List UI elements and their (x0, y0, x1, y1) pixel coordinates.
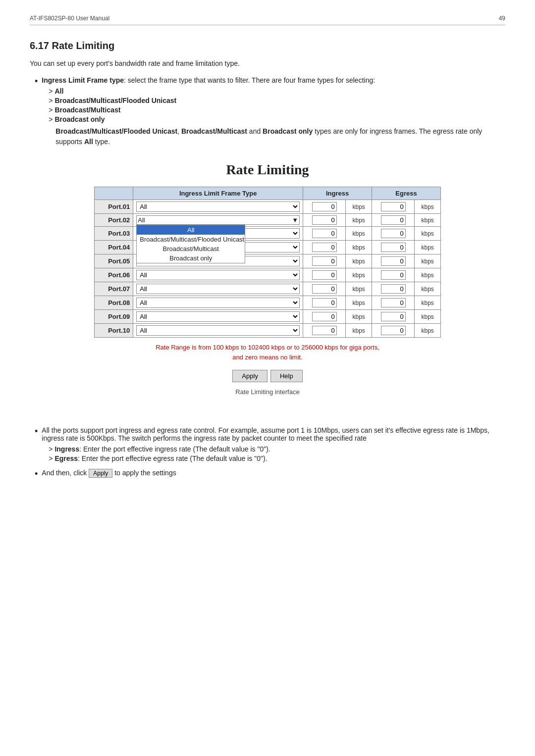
dropdown-cell-Port.01[interactable]: AllBroadcast/Multicast/Flooded UnicastBr… (133, 200, 303, 214)
egress-note: Egress: Enter the port effective egress … (49, 454, 505, 462)
ingress-cell-Port.10[interactable] (303, 324, 346, 338)
table-row: Port.01AllBroadcast/Multicast/Flooded Un… (95, 200, 441, 214)
egress-cell-Port.10[interactable] (372, 324, 415, 338)
dropdown-option-2[interactable]: Broadcast/Multicast (137, 244, 245, 253)
bottom-bullet-1: • All the ports support port ingress and… (35, 426, 505, 464)
dropdown-option-0[interactable]: All (137, 225, 245, 235)
dropdown-cell-Port.02[interactable]: All▼AllBroadcast/Multicast/Flooded Unica… (133, 214, 303, 227)
select-Port.06[interactable]: AllBroadcast/Multicast/Flooded UnicastBr… (136, 270, 300, 280)
dropdown-cell-Port.08[interactable]: AllBroadcast/Multicast/Flooded UnicastBr… (133, 296, 303, 310)
ingress-input-Port.01[interactable] (312, 202, 337, 211)
select-Port.09[interactable]: AllBroadcast/Multicast/Flooded UnicastBr… (136, 311, 300, 322)
ingress-cell-Port.04[interactable] (303, 241, 346, 254)
port-label-Port.09: Port.09 (95, 310, 133, 324)
dropdown-cell-Port.07[interactable]: AllBroadcast/Multicast/Flooded UnicastBr… (133, 282, 303, 296)
ingress-cell-Port.08[interactable] (303, 296, 346, 310)
egress-cell-Port.08[interactable] (372, 296, 415, 310)
egress-input-Port.03[interactable] (381, 229, 406, 238)
dropdown-option-3[interactable]: Broadcast only (137, 253, 245, 263)
table-caption: Rate Limiting interface (30, 388, 505, 396)
dropdown-cell-Port.10[interactable]: AllBroadcast/Multicast/Flooded UnicastBr… (133, 324, 303, 338)
egress-input-Port.02[interactable] (381, 215, 406, 225)
egress-cell-Port.01[interactable] (372, 200, 415, 214)
egress-kbps-Port.02: kbps (415, 214, 441, 227)
ingress-cell-Port.09[interactable] (303, 310, 346, 324)
ingress-input-Port.09[interactable] (312, 312, 337, 321)
apply-button[interactable]: Apply (232, 370, 268, 382)
egress-kbps-Port.03: kbps (415, 227, 441, 241)
dropdown-option-1[interactable]: Broadcast/Multicast/Flooded Unicast (137, 235, 245, 244)
bullet-dot-2: • (35, 426, 38, 437)
col-egress: Egress (372, 187, 441, 200)
apply-instruction-prefix: And then, click (42, 469, 89, 477)
ingress-input-Port.04[interactable] (312, 243, 337, 252)
ingress-input-Port.05[interactable] (312, 256, 337, 266)
table-section-title: Rate Limiting (30, 162, 505, 178)
egress-cell-Port.03[interactable] (372, 227, 415, 241)
ingress-input-Port.06[interactable] (312, 270, 337, 280)
bullet-dot: • (35, 76, 38, 87)
ingress-input-Port.03[interactable] (312, 229, 337, 238)
ingress-cell-Port.05[interactable] (303, 254, 346, 268)
egress-kbps-Port.08: kbps (415, 296, 441, 310)
port-label-Port.10: Port.10 (95, 324, 133, 338)
select-Port.07[interactable]: AllBroadcast/Multicast/Flooded UnicastBr… (136, 284, 300, 294)
ingress-cell-Port.02[interactable] (303, 214, 346, 227)
egress-input-Port.08[interactable] (381, 298, 406, 307)
egress-input-Port.10[interactable] (381, 326, 406, 335)
port-label-Port.01: Port.01 (95, 200, 133, 214)
bullet-list: • Ingress Limit Frame type: select the f… (35, 76, 505, 147)
select-Port.10[interactable]: AllBroadcast/Multicast/Flooded UnicastBr… (136, 325, 300, 336)
egress-kbps-Port.05: kbps (415, 254, 441, 268)
frame-type-all: All (49, 87, 505, 95)
ingress-input-Port.10[interactable] (312, 326, 337, 335)
egress-kbps-Port.07: kbps (415, 282, 441, 296)
ingress-kbps-Port.08: kbps (346, 296, 372, 310)
port-label-Port.08: Port.08 (95, 296, 133, 310)
section-heading: 6.17 Rate Limiting (30, 40, 505, 51)
table-row: Port.09AllBroadcast/Multicast/Flooded Un… (95, 310, 441, 324)
egress-kbps-Port.09: kbps (415, 310, 441, 324)
ingress-input-Port.08[interactable] (312, 298, 337, 307)
egress-cell-Port.02[interactable] (372, 214, 415, 227)
intro-text: You can set up every port's bandwidth ra… (30, 59, 505, 67)
dropdown-cell-Port.09[interactable]: AllBroadcast/Multicast/Flooded UnicastBr… (133, 310, 303, 324)
select-Port.01[interactable]: AllBroadcast/Multicast/Flooded UnicastBr… (136, 202, 300, 212)
ingress-cell-Port.03[interactable] (303, 227, 346, 241)
apply-inline-button[interactable]: Apply (89, 469, 112, 478)
ingress-input-Port.07[interactable] (312, 284, 337, 294)
frame-type-bo: Broadcast only (49, 115, 505, 123)
egress-cell-Port.07[interactable] (372, 282, 415, 296)
ingress-limit-suffix: : select the frame type that wants to fi… (124, 76, 375, 84)
ingress-cell-Port.06[interactable] (303, 268, 346, 282)
egress-input-Port.07[interactable] (381, 284, 406, 294)
egress-input-Port.06[interactable] (381, 270, 406, 280)
egress-input-Port.05[interactable] (381, 256, 406, 266)
ingress-input-Port.02[interactable] (312, 215, 337, 225)
table-row: Port.10AllBroadcast/Multicast/Flooded Un… (95, 324, 441, 338)
dropdown-open-btn[interactable]: All▼ (136, 215, 300, 225)
frame-type-bmfu: Broadcast/Multicast/Flooded Unicast (49, 97, 505, 104)
egress-input-Port.01[interactable] (381, 202, 406, 211)
notice-text: Broadcast/Multicast/Flooded Unicast, Bro… (55, 126, 505, 147)
egress-kbps-Port.04: kbps (415, 241, 441, 254)
ingress-kbps-Port.09: kbps (346, 310, 372, 324)
dropdown-cell-Port.06[interactable]: AllBroadcast/Multicast/Flooded UnicastBr… (133, 268, 303, 282)
page-container: AT-IFS802SP-80 User Manual 49 6.17 Rate … (0, 0, 535, 514)
port-label-Port.06: Port.06 (95, 268, 133, 282)
ingress-kbps-Port.04: kbps (346, 241, 372, 254)
ingress-cell-Port.01[interactable] (303, 200, 346, 214)
egress-cell-Port.09[interactable] (372, 310, 415, 324)
bottom-bullet-2-content: And then, click Apply to apply the setti… (42, 469, 505, 478)
egress-input-Port.09[interactable] (381, 312, 406, 321)
egress-cell-Port.05[interactable] (372, 254, 415, 268)
help-button[interactable]: Help (270, 370, 303, 382)
egress-cell-Port.04[interactable] (372, 241, 415, 254)
egress-cell-Port.06[interactable] (372, 268, 415, 282)
ingress-kbps-Port.07: kbps (346, 282, 372, 296)
egress-input-Port.04[interactable] (381, 243, 406, 252)
select-Port.08[interactable]: AllBroadcast/Multicast/Flooded UnicastBr… (136, 298, 300, 308)
rate-limiting-table: Ingress Limit Frame Type Ingress Egress … (94, 187, 441, 338)
ingress-cell-Port.07[interactable] (303, 282, 346, 296)
table-row: Port.06AllBroadcast/Multicast/Flooded Un… (95, 268, 441, 282)
